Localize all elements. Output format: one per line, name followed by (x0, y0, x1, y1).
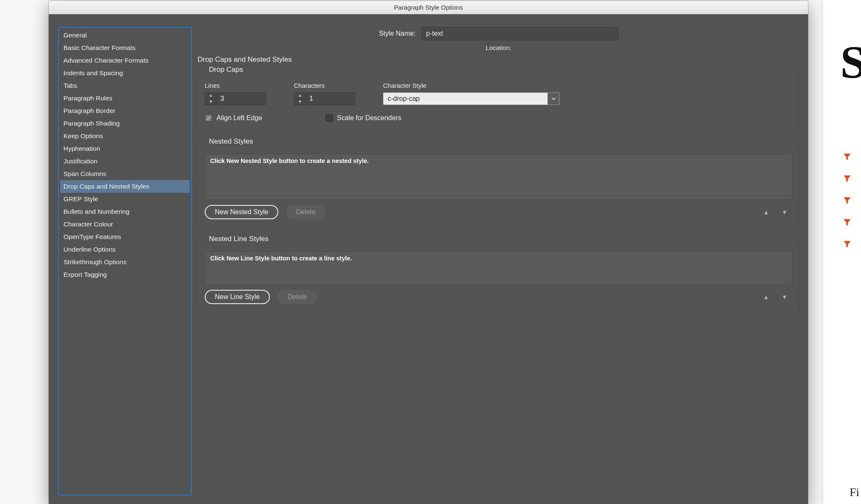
marker-icon (843, 152, 852, 162)
stepper-down-icon[interactable]: ▼ (294, 99, 306, 105)
sidebar-item[interactable]: Strikethrough Options (60, 256, 190, 268)
char-style-dropdown[interactable]: c-drop-cap (383, 92, 560, 105)
delete-nested-style-button: Delete (286, 205, 325, 219)
char-style-label: Character Style (383, 82, 560, 89)
stepper-down-icon[interactable]: ▼ (205, 99, 217, 105)
sidebar-item[interactable]: General (60, 29, 190, 42)
nested-styles-legend: Nested Styles (206, 137, 256, 146)
stepper-up-icon[interactable]: ▲ (294, 93, 306, 99)
characters-value[interactable]: 1 (306, 93, 355, 105)
sidebar-item[interactable]: Drop Caps and Nested Styles (60, 180, 190, 193)
sidebar-item[interactable]: Tabs (60, 79, 190, 92)
new-nested-style-button[interactable]: New Nested Style (205, 205, 278, 219)
sidebar-item[interactable]: Paragraph Rules (60, 92, 190, 105)
drop-caps-legend: Drop Caps (206, 66, 246, 74)
lines-value[interactable]: 3 (217, 93, 266, 105)
background-glyph: S (840, 46, 861, 79)
nested-line-styles-legend: Nested Line Styles (206, 235, 272, 243)
move-up-icon[interactable]: ▲ (763, 209, 769, 215)
marker-icon (843, 196, 852, 205)
sidebar-item[interactable]: OpenType Features (60, 231, 190, 243)
move-up-icon[interactable]: ▲ (763, 294, 769, 300)
nested-styles-list[interactable]: Click New Nested Style button to create … (205, 154, 792, 200)
stepper-up-icon[interactable]: ▲ (205, 93, 217, 99)
style-name-input[interactable]: p-text (422, 27, 618, 40)
sidebar-item[interactable]: Advanced Character Formats (60, 54, 190, 67)
new-line-style-button[interactable]: New Line Style (205, 290, 270, 304)
char-style-value: c-drop-cap (383, 93, 547, 105)
style-name-label: Style Name: (379, 30, 415, 37)
scale-for-descenders-checkbox[interactable]: Scale for Descenders (325, 114, 401, 122)
lines-stepper[interactable]: ▲ ▼ 3 (205, 92, 266, 105)
location-label: Location: (198, 40, 800, 51)
dialog-title: Paragraph Style Options (49, 1, 808, 14)
marker-icon (843, 240, 852, 249)
sidebar-item[interactable]: Export Tagging (60, 268, 190, 281)
checkbox-on-icon: ✓ (205, 114, 212, 122)
panel-heading: Drop Caps and Nested Styles (198, 51, 800, 70)
move-down-icon[interactable]: ▼ (782, 294, 787, 300)
characters-label: Characters (294, 82, 355, 89)
sidebar-item[interactable]: Bullets and Numbering (60, 205, 190, 218)
chevron-down-icon[interactable] (547, 93, 559, 105)
overset-markers (843, 152, 852, 249)
sidebar-item[interactable]: Span Columns (60, 168, 190, 180)
background-fragment: Fi (850, 486, 859, 499)
sidebar-item[interactable]: Character Colour (60, 218, 190, 231)
delete-line-style-button: Delete (277, 290, 317, 304)
sidebar-item[interactable]: GREP Style (60, 193, 190, 205)
drop-caps-group: Drop Caps Lines ▲ ▼ 3 Characters (198, 70, 800, 130)
align-left-edge-label: Align Left Edge (217, 114, 262, 122)
checkbox-off-icon (325, 114, 333, 122)
sidebar-item[interactable]: Paragraph Border (60, 105, 190, 117)
sidebar-item[interactable]: Hyphenation (60, 142, 190, 155)
sidebar-item[interactable]: Underline Options (60, 243, 190, 256)
marker-icon (843, 218, 852, 227)
nested-line-styles-group: Nested Line Styles Click New Line Style … (198, 239, 800, 312)
marker-icon (843, 174, 852, 184)
characters-stepper[interactable]: ▲ ▼ 1 (294, 92, 355, 105)
sidebar-item[interactable]: Justification (60, 155, 190, 168)
nested-styles-group: Nested Styles Click New Nested Style but… (198, 142, 800, 227)
sidebar-item[interactable]: Indents and Spacing (60, 67, 190, 79)
paragraph-style-options-dialog: Paragraph Style Options GeneralBasic Cha… (49, 1, 808, 504)
category-sidebar: GeneralBasic Character FormatsAdvanced C… (58, 27, 192, 496)
move-down-icon[interactable]: ▼ (782, 209, 787, 215)
lines-label: Lines (205, 82, 266, 89)
sidebar-item[interactable]: Keep Options (60, 130, 190, 142)
sidebar-item[interactable]: Basic Character Formats (60, 42, 190, 54)
scale-for-descenders-label: Scale for Descenders (337, 114, 401, 122)
sidebar-item[interactable]: Paragraph Shading (60, 117, 190, 130)
align-left-edge-checkbox[interactable]: ✓ Align Left Edge (205, 114, 262, 122)
nested-line-styles-list[interactable]: Click New Line Style button to create a … (205, 251, 792, 285)
